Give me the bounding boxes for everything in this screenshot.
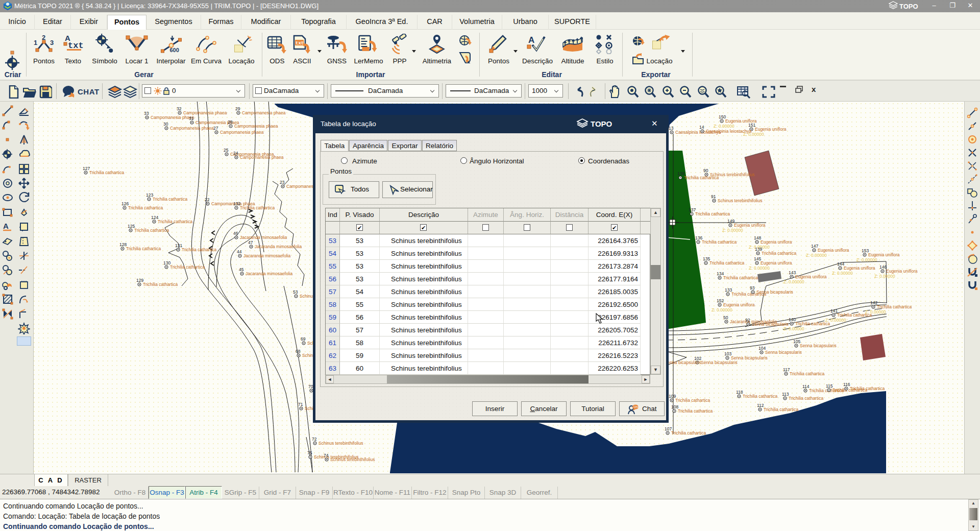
svg-text:31: 31 [189,116,194,121]
svg-text:72: 72 [312,437,317,442]
svg-text:Schinus terebinthifolius: Schinus terebinthifolius [718,198,762,203]
svg-text:Trichilia cathartica: Trichilia cathartica [170,264,205,270]
svg-text:CHAT: CHAT [634,405,640,408]
svg-text:Eugenia uniflora: Eugenia uniflora [734,223,766,228]
svg-text:Trichilia cathartica: Trichilia cathartica [128,205,163,210]
svg-text:22: 22 [205,197,210,202]
svg-text:Trichilia cathartica: Trichilia cathartica [678,408,713,414]
svg-text:Senna bicapsularis: Senna bicapsularis [756,289,793,295]
svg-text:117: 117 [783,367,790,372]
svg-text:Senna bicapsularis: Senna bicapsularis [800,343,837,348]
svg-text:Z: 0.00000: Z: 0.00000 [856,257,877,262]
svg-text:Campomanesia phaea: Campomanesia phaea [240,155,284,160]
svg-text:47: 47 [248,240,253,245]
svg-text:75: 75 [307,450,312,455]
svg-text:Trichilia cathartica: Trichilia cathartica [723,275,758,280]
svg-text:txt: txt [296,41,304,46]
svg-text:Z: 0.00000: Z: 0.00000 [712,307,732,312]
svg-text:112: 112 [757,403,764,408]
svg-text:Trichilia cathartica: Trichilia cathartica [850,386,885,391]
svg-text:Schinus terebinthifolius: Schinus terebinthifolius [330,457,375,462]
svg-text:30: 30 [163,122,168,127]
svg-text:A: A [528,35,534,45]
svg-text:Caesalpinia leiostachya: Caesalpinia leiostachya [706,129,752,134]
svg-text:Eugenia uniflora: Eugenia uniflora [795,274,827,279]
svg-text:Jacaranda mimosaefolia: Jacaranda mimosaefolia [240,235,287,240]
svg-text:Campomanesia phaea: Campomanesia phaea [195,120,239,125]
svg-text:Trichilia cathartica: Trichilia cathartica [134,228,169,233]
svg-text:Eugenia uniflora: Eugenia uniflora [818,248,849,253]
svg-text:TOPO: TOPO [899,3,918,10]
svg-text:32: 32 [177,106,182,111]
svg-text:TOPO: TOPO [591,119,612,128]
svg-text:Z: 0.00000: Z: 0.00000 [825,318,846,323]
svg-text:24: 24 [233,151,238,156]
svg-text:118: 118 [736,390,743,395]
svg-text:Z: 0.00000: Z: 0.00000 [874,274,895,279]
svg-text:Campomanesia phaea: Campomanesia phaea [220,130,264,135]
svg-text:600: 600 [169,47,179,53]
svg-text:Campomanesia phaea: Campomanesia phaea [242,110,286,115]
svg-text:Campomanesia phaea: Campomanesia phaea [234,124,278,129]
svg-text:Trichilia cathartica: Trichilia cathartica [789,396,823,401]
svg-text:Senna bicapsularis: Senna bicapsularis [665,360,701,365]
svg-text:74: 74 [324,453,329,458]
svg-text:27: 27 [213,126,218,131]
svg-text:Z: 0.00000: Z: 0.00000 [783,326,804,331]
svg-text:13: 13 [669,126,674,131]
svg-text:115: 115 [826,383,833,389]
svg-text:Trichilia cathartica: Trichilia cathartica [762,251,796,256]
svg-text:25: 25 [224,148,229,153]
svg-text:116: 116 [843,382,850,387]
svg-text:45: 45 [239,267,244,272]
svg-text:Z: 0.00000: Z: 0.00000 [865,309,886,315]
svg-text:28: 28 [228,119,233,125]
svg-text:A: A [3,222,9,230]
svg-text:Campomanesia phaea: Campomanesia phaea [170,126,214,131]
svg-text:Senna bicapsularis: Senna bicapsularis [765,350,802,355]
svg-text:Trichilia cathartica: Trichilia cathartica [158,219,192,224]
svg-text:33: 33 [144,111,149,116]
svg-text:Trichilia cathartica: Trichilia cathartica [143,282,178,287]
svg-text:Trichilia cathartica: Trichilia cathartica [153,197,187,202]
svg-text:Z: 0.00000: Z: 0.00000 [806,253,827,258]
svg-text:91: 91 [711,194,716,199]
svg-text:53: 53 [293,289,298,295]
svg-text:Campomanesia phaea: Campomanesia phaea [151,115,194,120]
svg-text:Eugenia uniflora: Eugenia uniflora [761,239,792,245]
svg-text:Eugenia uniflora: Eugenia uniflora [886,269,918,274]
svg-text:Eugenia uniflora: Eugenia uniflora [868,252,900,257]
svg-text:3: 3 [50,39,54,46]
svg-text:Trichilia cathartica: Trichilia cathartica [182,247,216,252]
svg-text:68: 68 [296,349,301,354]
svg-text:Z: 0.00000: Z: 0.00000 [722,228,743,233]
svg-text:Z: 0.00000: Z: 0.00000 [832,271,853,276]
svg-text:Eugenia uniflora: Eugenia uniflora [844,266,875,271]
svg-text:114: 114 [802,384,810,389]
svg-text:23: 23 [280,180,285,185]
svg-text:29: 29 [235,106,240,111]
svg-text:90: 90 [703,168,708,173]
svg-text:Eugenia uniflora: Eugenia uniflora [761,260,792,266]
svg-text:Trichilia cathartica: Trichilia cathartica [790,371,824,376]
svg-text:Trichilia cathartica: Trichilia cathartica [675,398,710,403]
svg-text:Senna bicapsularis: Senna bicapsularis [701,360,738,365]
svg-text:Z: 0.00000: Z: 0.00000 [714,124,734,129]
svg-text:Trichilia cathartica: Trichilia cathartica [684,175,719,180]
svg-text:Trichilia cathartica: Trichilia cathartica [709,260,744,266]
svg-text:Trichilia cathartica: Trichilia cathartica [89,170,124,175]
svg-text:Eugenia uniflora: Eugenia uniflora [723,302,755,307]
svg-text:Jacaranda mimosaefolia: Jacaranda mimosaefolia [243,253,290,258]
svg-text:113: 113 [782,392,789,397]
svg-text:44: 44 [237,249,242,254]
svg-text:50: 50 [723,315,728,320]
svg-text:Trichilia cathartica: Trichilia cathartica [126,246,161,251]
svg-text:Trichilia cathartica: Trichilia cathartica [743,394,777,399]
svg-text:Z: 0.00000: Z: 0.00000 [783,279,804,284]
svg-text:Trichilia cathartica: Trichilia cathartica [702,239,737,245]
svg-text:Eugenia uniflora: Eugenia uniflora [755,127,787,132]
svg-text:93: 93 [750,285,755,291]
svg-text:14: 14 [699,125,704,130]
svg-text:Jacaranda mimosaefolia: Jacaranda mimosaefolia [246,271,292,276]
svg-text:69: 69 [301,336,306,342]
